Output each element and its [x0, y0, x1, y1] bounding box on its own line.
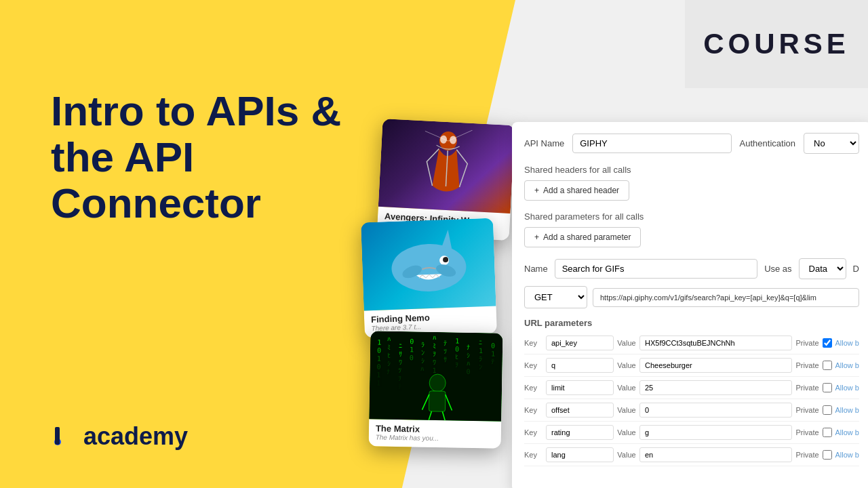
param-row: Key Value Private Allow b	[524, 444, 859, 466]
api-name-row: API Name Authentication No Basic Bearer	[524, 133, 859, 154]
svg-text:0: 0	[466, 368, 470, 375]
svg-text:ﾂ: ﾂ	[398, 367, 401, 374]
svg-text:ｼ: ｼ	[387, 360, 391, 367]
svg-point-64	[429, 374, 446, 392]
svg-text:ﾗ: ﾗ	[421, 341, 425, 348]
param-value-input[interactable]	[639, 425, 792, 440]
matrix-rain-icon: 1 0 1 0 1 1 ﾊ ﾐ ﾋ ｼ ﾅ ﾆ ｻ ﾜ ﾂ ｦ ﾃ 0 1 0	[369, 331, 502, 421]
brand-logo-icon	[51, 423, 78, 450]
svg-text:ｻ: ｻ	[399, 350, 402, 358]
param-key-input[interactable]	[546, 403, 614, 418]
hero-section: Intro to APIs & the API Connector	[51, 88, 390, 227]
param-key-label: Key	[524, 451, 546, 459]
param-private-label: Private	[792, 428, 823, 436]
use-as-label: Use as	[764, 264, 791, 274]
auth-select[interactable]: No Basic Bearer	[804, 133, 859, 154]
svg-text:1: 1	[377, 354, 381, 362]
param-private-label: Private	[792, 384, 823, 392]
param-value-label: Value	[614, 384, 639, 392]
param-private-checkbox[interactable]	[823, 405, 832, 415]
api-panel: API Name Authentication No Basic Bearer …	[512, 122, 868, 488]
svg-text:1: 1	[491, 350, 495, 357]
svg-text:ｼ: ｼ	[421, 357, 425, 365]
api-name-input[interactable]	[572, 134, 731, 153]
svg-text:0: 0	[377, 346, 381, 354]
param-key-label: Key	[524, 406, 546, 414]
param-value-input[interactable]	[639, 336, 792, 350]
param-private-checkbox[interactable]	[823, 428, 832, 437]
svg-text:ﾆ: ﾆ	[399, 342, 402, 350]
call-name-row: Name Use as Data Auth D	[524, 258, 859, 279]
svg-text:ｼ: ｼ	[467, 352, 470, 359]
svg-text:ﾊ: ﾊ	[467, 360, 470, 367]
svg-text:1: 1	[376, 379, 380, 386]
param-key-input[interactable]	[546, 336, 614, 350]
param-value-input[interactable]	[639, 447, 792, 462]
svg-text:ﾊ: ﾊ	[433, 334, 436, 342]
svg-text:ﾅ: ﾅ	[387, 368, 390, 375]
use-as-select[interactable]: Data Auth	[799, 258, 846, 279]
svg-text:0: 0	[410, 354, 414, 361]
param-value-label: Value	[614, 451, 639, 459]
param-key-input[interactable]	[546, 447, 614, 462]
svg-text:ﾋ: ﾋ	[387, 352, 391, 359]
param-value-label: Value	[614, 361, 639, 369]
matrix-subtitle: The Matrix has you...	[376, 433, 494, 443]
param-private-checkbox[interactable]	[823, 383, 832, 392]
param-private-label: Private	[792, 451, 823, 459]
svg-text:1: 1	[479, 347, 483, 354]
param-private-checkbox[interactable]	[823, 361, 832, 370]
param-private-label: Private	[792, 339, 823, 347]
url-input[interactable]	[593, 288, 859, 307]
add-shared-param-button[interactable]: + Add a shared parameter	[524, 227, 641, 247]
param-row: Key Value Private Allow b	[524, 422, 859, 444]
svg-text:ﾐ: ﾐ	[387, 344, 391, 351]
svg-text:ﾐ: ﾐ	[433, 342, 436, 350]
add-shared-header-button[interactable]: + Add a shared header	[524, 180, 629, 201]
param-row: Key Value Private Allow b	[524, 354, 859, 377]
param-private-checkbox[interactable]	[823, 450, 832, 460]
auth-label: Authentication	[740, 138, 795, 148]
param-row: Key Value Private Allow b	[524, 332, 859, 354]
api-name-label: API Name	[524, 138, 564, 148]
svg-text:1: 1	[455, 337, 459, 344]
svg-text:ﾆ: ﾆ	[479, 339, 482, 346]
svg-text:ﾝ: ﾝ	[478, 363, 481, 371]
svg-text:ﾃ: ﾃ	[398, 383, 401, 390]
svg-text:ｻ: ｻ	[443, 356, 447, 363]
svg-text:ｦ: ｦ	[433, 350, 436, 358]
param-value-input[interactable]	[639, 358, 792, 373]
param-key-label: Key	[524, 384, 546, 392]
avengers-card-image	[378, 119, 515, 214]
svg-text:ﾊ: ﾊ	[387, 336, 391, 343]
brand-name: academy	[83, 422, 188, 451]
param-key-input[interactable]	[546, 358, 614, 373]
svg-text:ﾊ: ﾊ	[420, 365, 424, 373]
param-value-input[interactable]	[639, 380, 792, 395]
param-value-input[interactable]	[639, 403, 792, 418]
param-row: Key Value Private Allow b	[524, 399, 859, 422]
matrix-card: 1 0 1 0 1 1 ﾊ ﾐ ﾋ ｼ ﾅ ﾆ ｻ ﾜ ﾂ ｦ ﾃ 0 1 0	[369, 331, 503, 448]
plus-icon: +	[534, 186, 539, 195]
svg-text:ﾋ: ﾋ	[455, 353, 458, 361]
svg-text:1: 1	[432, 367, 436, 374]
url-params-label: URL parameters	[524, 318, 859, 328]
param-allow-label: Allow b	[832, 406, 859, 414]
svg-text:ﾜ: ﾜ	[433, 359, 436, 366]
svg-text:1: 1	[410, 346, 414, 353]
d-indicator: D	[853, 264, 859, 274]
param-allow-label: Allow b	[832, 451, 859, 459]
param-key-input[interactable]	[546, 380, 614, 395]
add-param-btn-label: Add a shared parameter	[543, 232, 631, 242]
param-private-checkbox[interactable]	[823, 338, 832, 348]
param-key-input[interactable]	[546, 425, 614, 440]
method-select[interactable]: GET POST PUT DELETE	[524, 286, 587, 308]
svg-text:ﾗ: ﾗ	[479, 355, 482, 363]
call-name-input[interactable]	[555, 259, 757, 279]
call-name-label: Name	[524, 264, 548, 274]
param-allow-label: Allow b	[832, 384, 859, 392]
params-container: Key Value Private Allow b Key Value Priv…	[524, 332, 859, 466]
svg-text:ﾜ: ﾜ	[399, 359, 402, 366]
svg-text:ﾝ: ﾝ	[421, 349, 425, 357]
param-allow-label: Allow b	[832, 361, 859, 369]
